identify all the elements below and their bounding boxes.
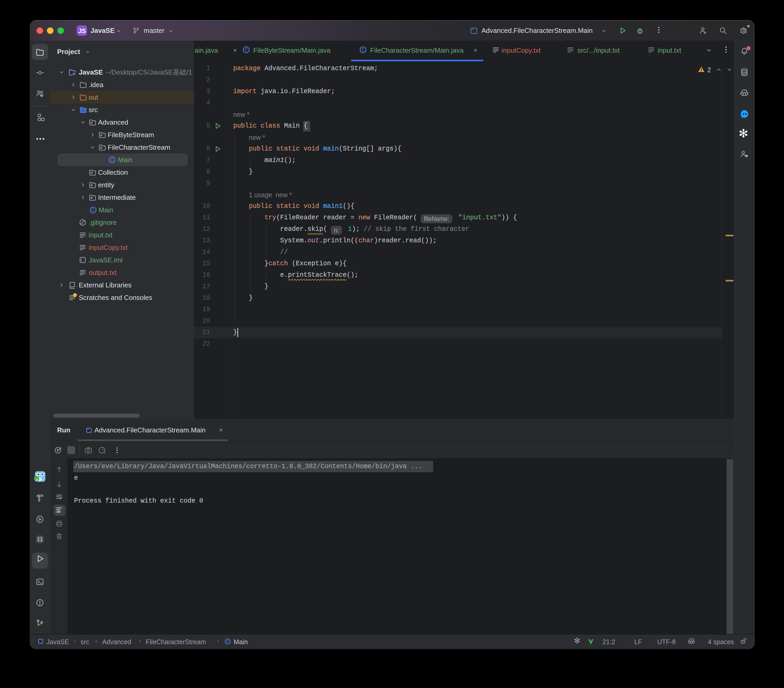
svg-text:C: C (92, 207, 95, 212)
svg-text:?: ? (41, 93, 43, 97)
svg-text:C: C (361, 48, 365, 53)
svg-text:C: C (245, 48, 248, 53)
svg-text:C: C (110, 158, 114, 163)
svg-text:C: C (226, 640, 229, 644)
